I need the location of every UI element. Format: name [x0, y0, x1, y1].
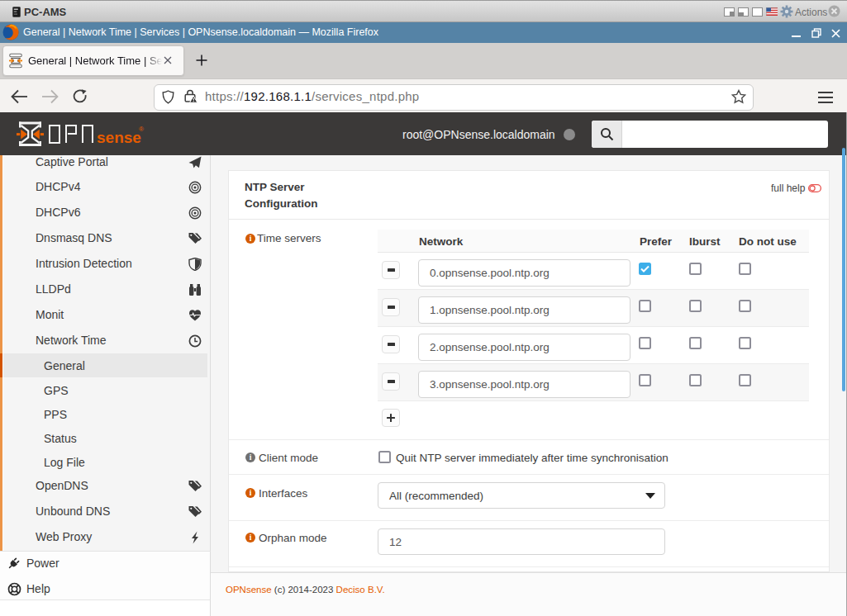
- svg-text:®: ®: [139, 126, 144, 133]
- svg-text:sense: sense: [97, 129, 141, 146]
